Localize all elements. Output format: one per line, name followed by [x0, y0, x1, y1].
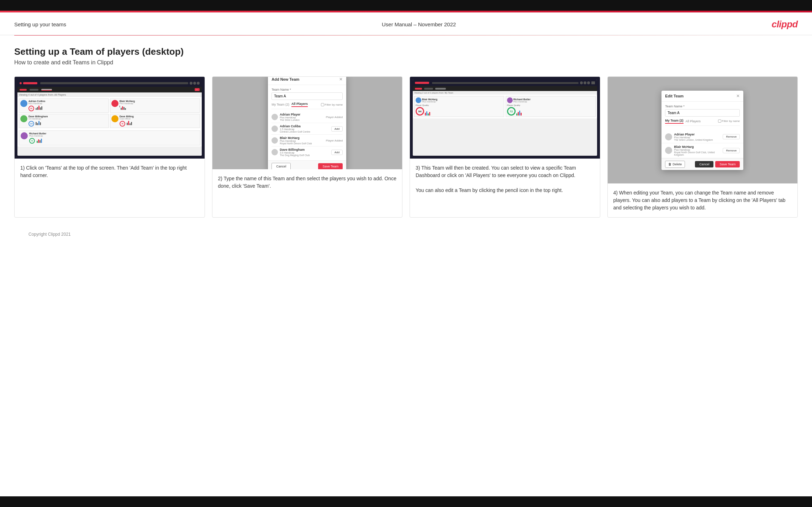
- avatar: [665, 133, 672, 140]
- step-card-3: Viewing 2 out of 2 players from: My Team…: [410, 76, 600, 218]
- step-3-text-part2: You can also edit a Team by clicking the…: [416, 187, 563, 193]
- edit-team-dialog-header: Edit Team ✕: [661, 91, 743, 102]
- page-subtitle: How to create and edit Teams in Clippd: [14, 59, 798, 66]
- player-name: Adrian Player: [280, 113, 324, 116]
- edit-tab-my-team[interactable]: My Team (2): [665, 119, 683, 124]
- bottom-bar: [0, 496, 812, 507]
- edit-player-info: Blair McHarg Plus Handicap Royal North D…: [674, 145, 721, 156]
- edit-player-row: Blair McHarg Plus Handicap Royal North D…: [661, 143, 743, 158]
- player-list: Adrian Player Plus Handicap The Shire Lo…: [271, 111, 343, 158]
- tab-all-players[interactable]: All Players: [291, 102, 308, 107]
- player-detail: 3.5 Handicap: [280, 151, 329, 154]
- add-team-dialog-body: Team Name * My Team (2) All Players Filt…: [268, 85, 346, 160]
- page-title: Setting up a Team of players (desktop): [14, 46, 798, 57]
- step-card-1: + Viewing 4 out of 4 players from: All P…: [14, 76, 205, 218]
- edit-player-detail: Plus Handicap: [674, 136, 721, 139]
- add-team-dialog-header: Add New Team ✕: [268, 77, 346, 85]
- player-name: Adrian Coliba: [280, 124, 329, 128]
- header-section-label: Setting up your teams: [14, 21, 66, 27]
- player-row: Blair McHarg Plus Handicap Royal North D…: [271, 135, 343, 146]
- player-info: Dave Billingham 3.5 Handicap The Dog May…: [280, 148, 329, 156]
- player-club: Central London Golf Centre: [280, 130, 329, 133]
- remove-player-button[interactable]: Remove: [723, 148, 740, 153]
- header-manual-title: User Manual – November 2022: [382, 21, 456, 27]
- team-name-input[interactable]: [271, 92, 343, 100]
- player-info: Adrian Player Plus Handicap The Shire Lo…: [280, 113, 324, 121]
- player-info: Adrian Coliba 1.5 Handicap Central Londo…: [280, 124, 329, 133]
- player-row: Adrian Player Plus Handicap The Shire Lo…: [271, 111, 343, 123]
- edit-player-name: Blair McHarg: [674, 145, 721, 149]
- steps-grid: + Viewing 4 out of 4 players from: All P…: [14, 76, 798, 218]
- tab-my-team[interactable]: My Team (2): [271, 103, 289, 106]
- step-1-text: 1) Click on 'Teams' at the top of the sc…: [15, 159, 205, 217]
- player-row: Dave Billingham 3.5 Handicap The Dog May…: [271, 146, 343, 158]
- edit-cancel-button[interactable]: Cancel: [695, 161, 713, 167]
- player-detail: Plus Handicap: [280, 140, 324, 142]
- add-player-button[interactable]: Add: [331, 150, 343, 155]
- player-detail: Plus Handicap: [280, 116, 324, 119]
- step-4-text: 4) When editing your Team, you can chang…: [608, 183, 798, 217]
- player-club: Royal North Devon Golf Club: [280, 142, 324, 145]
- delete-label: Delete: [673, 162, 682, 166]
- edit-tab-all-players[interactable]: All Players: [686, 119, 701, 123]
- player-name: Dave Billingham: [280, 148, 329, 151]
- edit-team-close-icon[interactable]: ✕: [736, 94, 740, 98]
- edit-player-detail: Plus Handicap: [674, 149, 721, 151]
- step-2-text: 2) Type the name of this Team and then s…: [212, 169, 402, 217]
- edit-team-name-label: Team Name *: [665, 105, 740, 108]
- delete-team-button[interactable]: 🗑 Delete: [665, 161, 685, 168]
- edit-tab-filter[interactable]: Filter by name: [718, 119, 740, 123]
- step-3-text: 3) This Team will then be created. You c…: [410, 159, 600, 217]
- main-content: Setting up a Team of players (desktop) H…: [0, 36, 812, 247]
- step-1-screenshot: + Viewing 4 out of 4 players from: All P…: [15, 77, 205, 159]
- clippd-logo: clippd: [771, 19, 798, 30]
- edit-player-club: Royal North Devon Golf Club, United King…: [674, 151, 721, 156]
- add-team-dialog-title: Add New Team: [271, 77, 299, 81]
- avatar: [271, 149, 278, 155]
- avatar: [271, 137, 278, 144]
- save-team-button[interactable]: Save Team: [318, 163, 343, 169]
- edit-player-club: The Shire London, United Kingdom: [674, 139, 721, 141]
- add-team-dialog: Add New Team ✕ Team Name * My Team (2) A…: [268, 77, 346, 169]
- add-player-button[interactable]: Add: [331, 126, 343, 132]
- add-team-close-icon[interactable]: ✕: [339, 77, 343, 82]
- player-info: Blair McHarg Plus Handicap Royal North D…: [280, 136, 324, 145]
- edit-player-row: Adrian Player Plus Handicap The Shire Lo…: [661, 131, 743, 143]
- remove-player-button[interactable]: Remove: [723, 134, 740, 139]
- copyright-text: Copyright Clippd 2021: [28, 232, 71, 237]
- avatar: [271, 114, 278, 120]
- step-card-2: Add New Team ✕ Team Name * My Team (2) A…: [212, 76, 403, 218]
- edit-player-name: Adrian Player: [674, 133, 721, 136]
- step-2-screenshot: Add New Team ✕ Team Name * My Team (2) A…: [212, 77, 402, 169]
- header: Setting up your teams User Manual – Nove…: [0, 12, 812, 35]
- edit-filter-label: Filter by name: [722, 119, 740, 123]
- player-club: The Dog Mayjing Golf Club: [280, 154, 329, 156]
- edit-team-dialog-footer: 🗑 Delete Cancel Save Team: [661, 158, 743, 170]
- player-added-label: Player Added: [326, 139, 343, 142]
- edit-team-dialog: Edit Team ✕ Team Name * My Team (2) All …: [661, 91, 743, 170]
- add-team-dialog-footer: Cancel Save Team: [268, 160, 346, 169]
- player-added-label: Player Added: [326, 116, 343, 119]
- filter-label: Filter by name: [325, 103, 343, 106]
- edit-team-dialog-body: Team Name * My Team (2) All Players Filt…: [661, 102, 743, 131]
- player-detail: 1.5 Handicap: [280, 128, 329, 130]
- save-team-button[interactable]: Save Team: [715, 161, 740, 167]
- tab-filter[interactable]: Filter by name: [321, 103, 343, 106]
- edit-team-dialog-title: Edit Team: [665, 94, 684, 98]
- player-name: Blair McHarg: [280, 136, 324, 140]
- avatar: [665, 147, 672, 154]
- edit-team-name-input[interactable]: [665, 109, 740, 117]
- footer: Copyright Clippd 2021: [14, 228, 798, 240]
- edit-player-info: Adrian Player Plus Handicap The Shire Lo…: [674, 133, 721, 141]
- team-name-label: Team Name *: [271, 88, 343, 91]
- add-team-tabs: My Team (2) All Players Filter by name: [271, 102, 343, 109]
- filter-checkbox[interactable]: [321, 103, 324, 106]
- edit-filter-checkbox[interactable]: [718, 119, 721, 123]
- step-4-screenshot: Edit Team ✕ Team Name * My Team (2) All …: [608, 77, 798, 183]
- cancel-button[interactable]: Cancel: [271, 163, 291, 169]
- top-bar: [0, 0, 812, 11]
- step-3-text-part1: 3) This Team will then be created. You c…: [416, 165, 576, 178]
- player-row: Adrian Coliba 1.5 Handicap Central Londo…: [271, 123, 343, 135]
- step-card-4: Edit Team ✕ Team Name * My Team (2) All …: [607, 76, 798, 218]
- player-club: The Shire London: [280, 119, 324, 121]
